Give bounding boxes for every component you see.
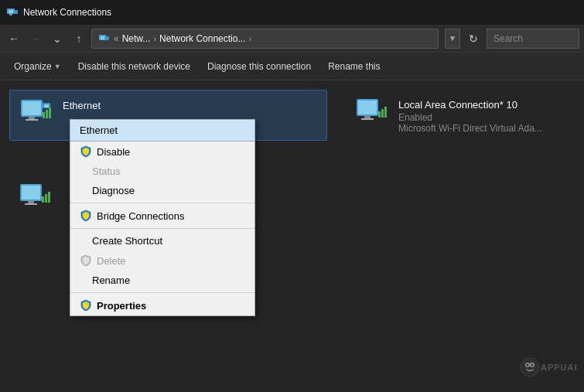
menu-item-disable[interactable]: Disable [70,141,254,162]
svg-point-30 [521,358,539,377]
menu-label-delete: Delete [97,255,126,267]
separator-1 [70,203,254,203]
shield-icon-disable [80,145,92,158]
svg-point-33 [527,364,529,366]
second-svg [17,181,54,218]
shield-icon-properties [80,299,92,312]
svg-rect-5 [101,36,104,39]
path-prefix: « [114,33,119,44]
appuals-logo: APPUALS [514,353,576,384]
search-box[interactable]: Search [487,29,579,49]
menu-label-diagnose: Diagnose [92,185,135,196]
menu-item-rename[interactable]: Rename [70,271,254,290]
path-separator1: › [153,34,156,43]
back-button[interactable]: ← [5,29,23,48]
up-button[interactable]: ↑ [70,29,88,48]
svg-rect-17 [22,186,40,199]
svg-rect-8 [22,101,41,115]
separator-2 [70,228,254,229]
ethernet-info: Ethernet [63,97,319,111]
path-part1: Netw... [122,33,151,44]
menu-item-properties[interactable]: Properties [70,295,254,315]
diagnose-button[interactable]: Diagnose this connection [200,56,319,77]
svg-rect-19 [25,203,37,205]
shield-icon-bridge [80,210,92,222]
svg-rect-26 [361,118,374,120]
svg-rect-12 [44,104,49,107]
menu-item-diagnose[interactable]: Diagnose [70,181,254,200]
forward-button[interactable]: → [26,29,45,48]
main-content: Ethernet [0,80,584,392]
address-path[interactable]: « Netw... › Network Connectio... › [91,29,439,49]
local-area-status: Enabled [398,112,567,123]
svg-rect-6 [106,36,109,40]
context-menu: Ethernet Disable Status Diagnose [70,119,255,316]
local-area-info: Local Area Connection* 10 Enabled Micros… [398,96,567,134]
path-part2: Network Connectio... [159,33,245,44]
title-bar-text: Network Connections [23,7,111,18]
menu-label-shortcut: Create Shortcut [92,235,162,247]
title-bar: Network Connections [0,0,584,25]
shield-icon-delete [80,254,92,267]
svg-text:APPUALS: APPUALS [541,363,576,372]
menu-item-bridge[interactable]: Bridge Connections [70,206,254,226]
svg-rect-29 [384,107,387,118]
svg-rect-21 [45,194,47,203]
search-placeholder: Search [493,33,523,44]
toolbar: Organize ▼ Disable this network device D… [0,53,584,80]
menu-item-status[interactable]: Status [70,162,254,181]
svg-point-34 [531,364,534,366]
address-bar: ← → ⌄ ↑ « Netw... › Network Connectio...… [0,25,584,53]
organize-chevron: ▼ [54,63,61,70]
watermark: APPUALS [514,353,576,384]
menu-label-disable: Disable [97,146,130,158]
second-icon [17,181,54,218]
svg-rect-3 [9,14,12,15]
refresh-button[interactable]: ↻ [463,29,483,49]
svg-rect-1 [9,10,13,13]
disable-button[interactable]: Disable this network device [70,56,198,77]
path-icon [98,32,111,45]
menu-item-shortcut[interactable]: Create Shortcut [70,231,254,251]
menu-label-properties: Properties [97,300,146,312]
svg-rect-15 [49,107,51,118]
svg-rect-22 [48,192,50,203]
address-dropdown[interactable]: ▼ [445,29,460,49]
local-area-adapter: Microsoft Wi-Fi Direct Virtual Ada... [398,123,567,134]
svg-rect-2 [15,10,18,14]
svg-rect-25 [364,116,371,118]
recent-button[interactable]: ⌄ [48,29,67,48]
right-panel: Local Area Connection* 10 Enabled Micros… [336,80,584,392]
menu-item-delete[interactable]: Delete [70,251,254,271]
svg-rect-10 [26,119,38,121]
svg-rect-27 [378,111,381,118]
ethernet-name: Ethernet [63,100,319,111]
local-area-svg [353,96,391,133]
ethernet-svg [18,97,55,134]
ethernet-icon [18,97,55,134]
organize-button[interactable]: Organize ▼ [6,56,69,77]
local-area-item[interactable]: Local Area Connection* 10 Enabled Micros… [346,90,575,140]
svg-rect-9 [29,117,35,119]
path-separator2: › [248,34,251,43]
separator-3 [70,292,254,293]
svg-rect-20 [42,196,44,203]
menu-label-status: Status [92,165,121,177]
svg-rect-14 [46,110,48,118]
svg-rect-24 [358,101,377,114]
rename-button[interactable]: Rename this [320,56,388,77]
svg-rect-18 [28,201,34,203]
local-area-icon [353,96,391,133]
menu-label-bridge: Bridge Connections [97,210,184,222]
svg-rect-28 [381,109,384,118]
menu-label-rename: Rename [92,274,130,286]
context-menu-header: Ethernet [70,120,254,141]
svg-rect-13 [43,112,45,118]
local-area-name: Local Area Connection* 10 [398,99,567,111]
title-bar-icon [6,6,19,19]
